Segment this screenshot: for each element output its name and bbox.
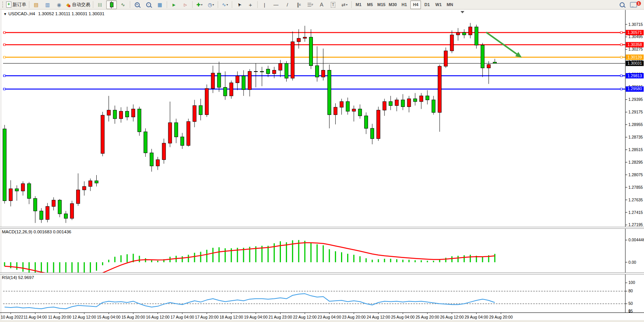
arrows-tool-button[interactable]: ⇄▾ xyxy=(339,0,350,9)
trendline-tool-button[interactable]: / xyxy=(282,0,293,9)
macd-histogram-bar xyxy=(384,259,385,262)
line-handle[interactable] xyxy=(3,88,5,90)
timeframe-button-mn[interactable]: MN xyxy=(445,0,455,9)
line-handle[interactable] xyxy=(3,75,5,77)
line-chart-icon: ∿ xyxy=(121,2,125,7)
cursor-tool-button[interactable]: ➤ xyxy=(234,0,244,9)
macd-histogram-bar xyxy=(194,253,195,262)
candlestick xyxy=(58,199,61,217)
candle-body-up xyxy=(377,110,380,139)
candle-body-up xyxy=(407,99,411,107)
macd-histogram-bar xyxy=(108,260,109,262)
period-button[interactable]: ◷▾ xyxy=(206,0,216,9)
time-tick-label: 23 Aug 04:00 xyxy=(317,315,341,319)
text-tool-button[interactable]: A xyxy=(316,0,327,9)
time-tick-label: 22 Aug 12:00 xyxy=(293,315,317,319)
market-watch-button[interactable]: ▤ xyxy=(31,0,41,9)
candle-body-down xyxy=(64,214,68,218)
data-window-button[interactable]: ▥ xyxy=(42,0,53,9)
candlestick xyxy=(260,67,264,86)
line-chart-button[interactable]: ∿ xyxy=(118,0,128,9)
candle-body-down xyxy=(285,64,288,78)
market-watch-icon: ▤ xyxy=(34,2,38,7)
line-handle[interactable] xyxy=(620,75,622,77)
horizontal-line-tool-button[interactable]: — xyxy=(271,0,281,9)
text-label-tool-button[interactable]: T xyxy=(328,0,338,9)
candlestick xyxy=(83,181,86,195)
price-tick-label: 1.27415 xyxy=(628,210,643,215)
line-handle[interactable] xyxy=(3,56,5,58)
candlestick xyxy=(132,104,135,121)
candle-body-up xyxy=(236,76,239,83)
zoom-in-button[interactable]: + xyxy=(132,0,142,9)
macd-histogram-bar xyxy=(323,245,324,262)
sounds-button[interactable]: ◉ xyxy=(54,0,64,9)
line-handle[interactable] xyxy=(3,32,5,33)
macd-histogram-bar xyxy=(341,252,342,262)
main-chart-canvas[interactable]: 1.307151.304951.302751.300551.298351.296… xyxy=(0,10,644,227)
candle-body-up xyxy=(211,73,215,88)
line-handle[interactable] xyxy=(620,32,622,33)
line-handle[interactable] xyxy=(620,56,622,58)
line-price-label: 1.29813 xyxy=(628,73,642,78)
macd-histogram-bar xyxy=(225,248,226,262)
candlestick xyxy=(27,182,31,204)
toolbar-grip[interactable] xyxy=(2,2,3,8)
scroll-position-marker xyxy=(461,11,464,13)
zoom-out-button[interactable]: - xyxy=(143,0,154,9)
timeframe-button-h1[interactable]: H1 xyxy=(399,0,410,9)
templates-button[interactable]: ∿▾ xyxy=(220,0,230,9)
new-order-button[interactable]: + 新订单 xyxy=(5,0,27,9)
candlestick-chart-button[interactable] xyxy=(106,0,117,9)
rsi-pane-canvas[interactable]: 1008050150 xyxy=(0,274,644,312)
candle-body-down xyxy=(58,200,61,214)
chart-shift-button[interactable]: ▷ xyxy=(180,0,191,9)
candlestick xyxy=(70,201,74,220)
timeframe-button-h4[interactable]: H4 xyxy=(410,0,421,9)
macd-indicator-label: MACD(12,26,9) 0.001683 0.001436 xyxy=(2,230,71,234)
timeframe-button-w1[interactable]: W1 xyxy=(433,0,444,9)
timeframe-button-m30[interactable]: M30 xyxy=(387,0,398,9)
search-button[interactable] xyxy=(617,0,627,9)
candle-body-up xyxy=(205,88,209,115)
symbol-dropdown-icon[interactable]: ▼ xyxy=(3,12,7,16)
candlestick xyxy=(230,80,233,99)
line-price-label: 1.30139 xyxy=(628,55,642,59)
cursor-icon: ➤ xyxy=(236,2,242,8)
candlestick xyxy=(493,59,497,63)
macd-pane-canvas[interactable]: 0.0044460.00-0.003566 xyxy=(0,229,644,273)
tile-windows-button[interactable]: ▦ xyxy=(155,0,165,9)
dropdown-arrow-icon: ▾ xyxy=(201,3,202,6)
time-tick-label: 12 Aug 12:00 xyxy=(72,315,96,319)
candle-body-down xyxy=(413,99,417,101)
macd-histogram-bar xyxy=(433,261,434,262)
notifications-button[interactable]: 1 xyxy=(628,0,639,9)
candlestick xyxy=(462,29,466,38)
candle-body-down xyxy=(481,45,484,68)
dropdown-arrow-icon: ▾ xyxy=(212,3,214,6)
candle-body-up xyxy=(352,109,355,111)
indicators-button[interactable]: ✚▾ xyxy=(194,0,205,9)
auto-trading-status-dot xyxy=(68,5,70,7)
timeframe-button-m5[interactable]: M5 xyxy=(365,0,375,9)
candle-body-down xyxy=(144,132,147,153)
channel-tool-button[interactable]: ∥E xyxy=(293,0,304,9)
candlestick xyxy=(180,133,184,149)
text-label-icon: T xyxy=(331,2,336,8)
bar-chart-button[interactable]: ||| xyxy=(95,0,105,9)
fibonacci-tool-button[interactable]: ☰F xyxy=(305,0,316,9)
rsi-tick-label: 50 xyxy=(628,301,633,306)
timeframe-button-m15[interactable]: M15 xyxy=(376,0,387,9)
auto-trading-button[interactable]: ◆ 自动交易 xyxy=(65,0,91,9)
timeframe-button-m1[interactable]: M1 xyxy=(353,0,364,9)
line-handle[interactable] xyxy=(620,44,622,46)
candle-body-up xyxy=(340,102,343,107)
vertical-line-tool-button[interactable]: | xyxy=(259,0,270,9)
candlestick xyxy=(9,180,13,206)
auto-scroll-button[interactable]: ▶ xyxy=(169,0,179,9)
timeframe-button-d1[interactable]: D1 xyxy=(422,0,432,9)
candle-body-up xyxy=(279,64,282,70)
line-handle[interactable] xyxy=(3,44,5,46)
crosshair-tool-button[interactable]: + xyxy=(245,0,256,9)
line-handle[interactable] xyxy=(620,88,622,90)
